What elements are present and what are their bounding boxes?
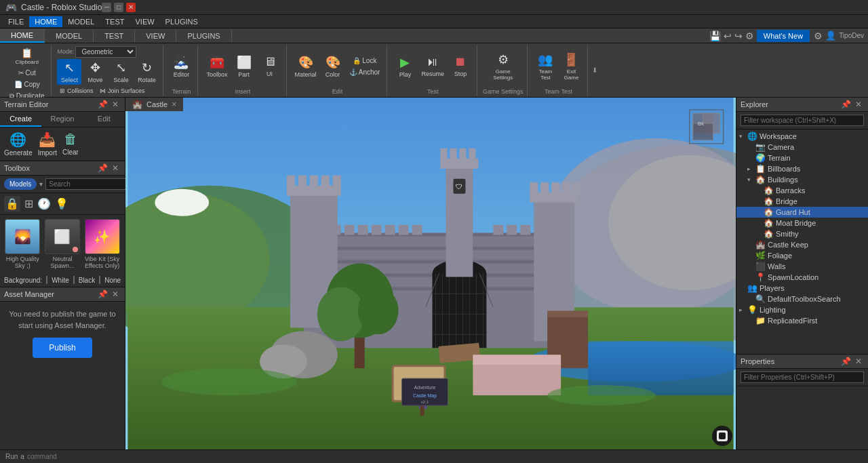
settings-icon2[interactable]: ⚙ xyxy=(814,31,823,41)
tab-home[interactable]: HOME xyxy=(0,29,45,43)
properties-filter-input[interactable] xyxy=(741,371,864,383)
tree-item-smithy[interactable]: 🏠 Smithy xyxy=(736,228,868,239)
asset-manager-pin[interactable]: 📌 xyxy=(96,289,110,299)
tree-item-guard-hut[interactable]: 🏠 Guard Hut xyxy=(736,207,868,218)
copy-button[interactable]: 📄 Copy xyxy=(7,79,47,89)
models-dropdown[interactable]: Models xyxy=(4,178,37,190)
explorer-close[interactable]: ✕ xyxy=(853,100,864,109)
mode-select[interactable]: Geometric xyxy=(75,46,136,58)
menu-model[interactable]: MODEL xyxy=(62,16,100,27)
terrain-tab-region[interactable]: Region xyxy=(41,112,83,127)
model-item-0[interactable]: 🌄 High Quality Sky ;) xyxy=(4,219,41,269)
tree-item-buildings[interactable]: ▾ 🏠 Buildings xyxy=(736,174,868,185)
explorer-pin[interactable]: 📌 xyxy=(839,100,853,109)
terrain-tab-edit[interactable]: Edit xyxy=(83,112,125,127)
bg-white-swatch[interactable] xyxy=(46,276,47,284)
tree-item-walls[interactable]: ⬛ Walls xyxy=(736,261,868,272)
tab-test[interactable]: TEST xyxy=(94,30,135,42)
move-tool-button[interactable]: ✥ Move xyxy=(83,59,107,85)
generate-button[interactable]: 🌐 Generate xyxy=(4,132,33,157)
select-tool-button[interactable]: ↖ Select xyxy=(57,59,81,85)
tree-item-default-toolbox[interactable]: 🔍 DefaultToolboxSearch xyxy=(736,294,868,304)
maximize-button[interactable]: □ xyxy=(114,3,123,12)
play-button[interactable]: ▶ Play xyxy=(393,54,417,79)
quick-settings-icon[interactable]: ⚙ xyxy=(745,31,754,41)
anchor-button[interactable]: ⚓ Anchor xyxy=(347,67,383,77)
terrain-editor-button[interactable]: 🗻 Editor xyxy=(169,54,193,79)
toolbox-close[interactable]: ✕ xyxy=(110,163,121,173)
tree-item-workspace[interactable]: ▾ 🌐 Workspace xyxy=(736,131,868,142)
minimize-button[interactable]: ─ xyxy=(102,3,111,12)
model-item-2[interactable]: ✨ Vibe Kit (Sky Effects Only) xyxy=(83,219,121,269)
tree-item-castle-keep[interactable]: 🏰 Castle Keep xyxy=(736,239,868,250)
menu-test[interactable]: TEST xyxy=(100,16,130,27)
join-surfaces-button[interactable]: ⋈ Join Surfaces xyxy=(97,86,147,96)
viewport[interactable]: 🏰 Castle × xyxy=(125,98,736,449)
tree-item-foliage[interactable]: 🌿 Foliage xyxy=(736,250,868,261)
tree-item-camera[interactable]: 📷 Camera xyxy=(736,142,868,153)
quick-save-icon[interactable]: 💾 xyxy=(709,31,721,41)
part-button[interactable]: ⬜ Part xyxy=(232,54,256,79)
terrain-editor-close[interactable]: ✕ xyxy=(110,100,121,109)
expand-billboards[interactable]: ▸ xyxy=(747,165,755,172)
stop-button[interactable]: ⏹ Stop xyxy=(448,54,473,79)
category-meshes-icon[interactable]: 💡 xyxy=(55,197,68,210)
terrain-tab-create[interactable]: Create xyxy=(0,112,41,127)
team-test-button[interactable]: 👥 TeamTest xyxy=(533,51,557,82)
tree-item-spawn[interactable]: 📍 SpawnLocation xyxy=(736,272,868,283)
category-images-icon[interactable]: ⊞ xyxy=(24,197,33,210)
color-button[interactable]: 🎨 Color xyxy=(321,54,345,79)
game-settings-button[interactable]: ⚙ GameSettings xyxy=(490,51,515,82)
import-button[interactable]: 📥 Import xyxy=(38,132,57,157)
menu-plugins[interactable]: PLUGINS xyxy=(160,16,203,27)
cut-button[interactable]: ✂ Cut xyxy=(7,68,47,78)
tree-item-lighting[interactable]: ▸ 💡 Lighting xyxy=(736,304,868,315)
command-input[interactable] xyxy=(27,453,863,460)
toolbox-button[interactable]: 🧰 Toolbox xyxy=(203,54,230,79)
ui-button[interactable]: 🖥 UI xyxy=(258,54,282,79)
asset-manager-close[interactable]: ✕ xyxy=(110,289,121,299)
material-button[interactable]: 🎨 Material xyxy=(292,54,319,79)
tree-item-moat-bridge[interactable]: 🏠 Moat Bridge xyxy=(736,218,868,228)
category-audio-icon[interactable]: 🕐 xyxy=(37,197,51,210)
explorer-filter-input[interactable] xyxy=(741,115,864,126)
clear-button[interactable]: 🗑 Clear xyxy=(62,132,79,157)
account-icon[interactable]: 👤 xyxy=(825,31,836,41)
paste-button[interactable]: 📋 Clipboard xyxy=(7,46,47,66)
tree-item-terrain[interactable]: 🌍 Terrain xyxy=(736,153,868,163)
properties-close[interactable]: ✕ xyxy=(853,357,864,366)
resume-button[interactable]: ⏯ Resume xyxy=(418,54,447,79)
quick-undo-icon[interactable]: ↩ xyxy=(724,31,732,41)
expand-buildings[interactable]: ▾ xyxy=(747,176,755,183)
collisions-button[interactable]: ⊞ Collisions xyxy=(57,86,96,96)
close-button[interactable]: ✕ xyxy=(126,3,136,12)
viewport-tab-close[interactable]: × xyxy=(172,100,176,109)
publish-button[interactable]: Publish xyxy=(33,338,92,358)
menu-file[interactable]: FILE xyxy=(3,16,29,27)
tab-plugins[interactable]: PLUGINS xyxy=(176,30,231,42)
expand-lighting[interactable]: ▸ xyxy=(739,306,747,313)
scale-tool-button[interactable]: ⤡ Scale xyxy=(108,59,133,85)
category-models-icon[interactable]: 🔒 xyxy=(4,196,20,212)
menu-home[interactable]: HOME xyxy=(29,16,62,27)
tree-item-bridge[interactable]: 🏠 Bridge xyxy=(736,196,868,207)
menu-view[interactable]: VIEW xyxy=(130,16,159,27)
bg-none-swatch[interactable] xyxy=(99,276,100,284)
tab-model[interactable]: MODEL xyxy=(45,30,94,42)
tree-item-players[interactable]: 👥 Players xyxy=(736,283,868,294)
tree-item-barracks[interactable]: 🏠 Barracks xyxy=(736,185,868,196)
tree-item-billboards[interactable]: ▸ 📋 Billboards xyxy=(736,163,868,174)
quick-redo-icon[interactable]: ↪ xyxy=(734,31,743,41)
whats-new-button[interactable]: What's New xyxy=(757,30,810,42)
terrain-editor-pin[interactable]: 📌 xyxy=(96,100,110,109)
lock-button[interactable]: 🔒 Lock xyxy=(347,56,383,66)
tree-item-replicated-first[interactable]: 📁 ReplicatedFirst xyxy=(736,315,868,326)
rotate-tool-button[interactable]: ↻ Rotate xyxy=(134,59,159,85)
exit-game-button[interactable]: 🚪 ExitGame xyxy=(559,51,583,82)
toolbox-search-input[interactable] xyxy=(45,178,138,190)
expand-workspace[interactable]: ▾ xyxy=(739,133,747,140)
model-item-1[interactable]: ⬜ Neutral Spawn... xyxy=(44,219,81,269)
tab-view[interactable]: VIEW xyxy=(135,30,176,42)
bg-black-swatch[interactable] xyxy=(73,276,75,284)
toolbox-pin[interactable]: 📌 xyxy=(96,163,110,173)
